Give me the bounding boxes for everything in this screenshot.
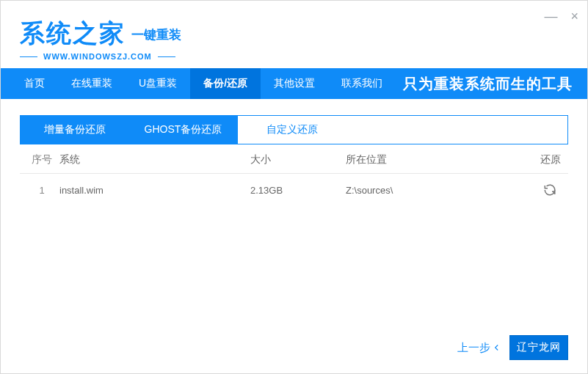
nav-other-settings[interactable]: 其他设置 (261, 68, 328, 99)
watermark-label: 辽宁龙网 (517, 341, 561, 354)
content-area: 增量备份还原 GHOST备份还原 自定义还原 序号 系统 大小 所在位置 还原 … (1, 99, 587, 206)
restore-tabs: 增量备份还原 GHOST备份还原 自定义还原 (20, 115, 568, 144)
cell-size: 2.13GB (250, 185, 346, 196)
nav-online-reinstall[interactable]: 在线重装 (58, 68, 126, 99)
nav-slogan: 只为重装系统而生的工具 (403, 74, 577, 94)
divider-left (20, 56, 37, 57)
prev-step-label: 上一步 (457, 341, 490, 355)
tab-ghost[interactable]: GHOST备份还原 (129, 116, 238, 144)
nav-home[interactable]: 首页 (11, 68, 58, 99)
cell-location: Z:\sources\ (346, 185, 521, 196)
col-header-size: 大小 (250, 153, 346, 166)
col-header-index: 序号 (24, 153, 59, 166)
minimize-button[interactable]: — (544, 10, 557, 23)
col-header-location: 所在位置 (346, 153, 521, 166)
cell-index: 1 (24, 185, 59, 196)
tab-incremental[interactable]: 增量备份还原 (21, 116, 129, 144)
table-header-row: 序号 系统 大小 所在位置 还原 (20, 146, 568, 174)
arrow-left-icon (492, 342, 502, 353)
brand-subtitle: 一键重装 (131, 26, 181, 43)
cell-restore (521, 182, 564, 199)
main-navbar: 首页 在线重装 U盘重装 备份/还原 其他设置 联系我们 只为重装系统而生的工具 (1, 68, 587, 99)
watermark-badge: 辽宁龙网 (509, 335, 568, 360)
brand-url: WWW.WINDOWSZJ.COM (43, 52, 152, 61)
brand-logo: 系统之家 一键重装 (20, 17, 568, 51)
app-header: 系统之家 一键重装 WWW.WINDOWSZJ.COM (1, 1, 587, 68)
window-controls: — × (544, 10, 578, 23)
restore-table: 序号 系统 大小 所在位置 还原 1 install.wim 2.13GB Z:… (20, 146, 568, 206)
tab-custom[interactable]: 自定义还原 (238, 116, 346, 144)
prev-step-button[interactable]: 上一步 (457, 341, 502, 355)
close-button[interactable]: × (570, 10, 578, 23)
table-row: 1 install.wim 2.13GB Z:\sources\ (20, 174, 568, 206)
brand-title: 系统之家 (20, 17, 126, 51)
cell-system: install.wim (59, 185, 250, 196)
nav-usb-reinstall[interactable]: U盘重装 (126, 68, 190, 99)
restore-icon (543, 183, 556, 197)
nav-backup-restore[interactable]: 备份/还原 (190, 68, 261, 99)
brand-url-row: WWW.WINDOWSZJ.COM (20, 52, 568, 61)
col-header-system: 系统 (59, 153, 250, 166)
restore-button[interactable] (542, 182, 558, 198)
nav-contact[interactable]: 联系我们 (328, 68, 396, 99)
footer: 上一步 辽宁龙网 (457, 335, 568, 360)
divider-right (158, 56, 175, 57)
nav-items: 首页 在线重装 U盘重装 备份/还原 其他设置 联系我们 (11, 68, 396, 99)
col-header-restore: 还原 (521, 153, 564, 166)
